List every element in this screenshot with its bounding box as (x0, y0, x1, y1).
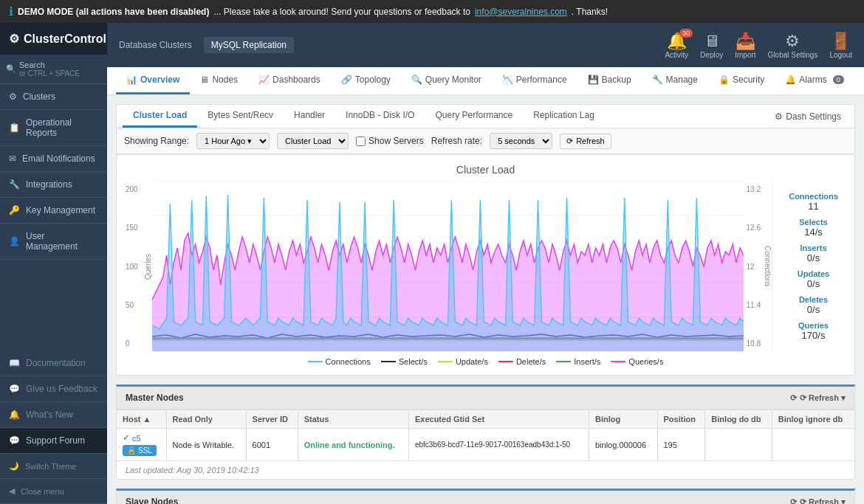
show-servers-checkbox[interactable] (356, 137, 366, 146)
refresh-label: ⟳ Refresh ▾ (800, 393, 846, 403)
sidebar: ⚙ ClusterControl 🔍 Search or CTRL + SPAC… (0, 23, 107, 504)
tab-label: Query Monitor (425, 75, 481, 85)
master-nodes-title: Master Nodes (126, 393, 184, 403)
sidebar-item-label: Email Notifications (22, 153, 95, 164)
integrations-icon: 🔧 (9, 179, 20, 190)
tab-backup[interactable]: 💾 Backup (577, 67, 642, 94)
sidebar-item-email-notifications[interactable]: ✉ Email Notifications (0, 146, 107, 172)
new-icon: 🔔 (9, 410, 20, 420)
sidebar-item-label: Clusters (23, 92, 55, 102)
support-icon: 💬 (9, 435, 20, 446)
sub-tab-handler[interactable]: Handler (284, 105, 335, 128)
y-axis-label-queries: Queries (141, 182, 152, 351)
range-select[interactable]: 1 Hour Ago ▾ (196, 133, 270, 149)
sidebar-item-clusters[interactable]: ⚙ Clusters (0, 84, 107, 110)
import-icon: 📥 (736, 32, 755, 51)
sidebar-item-user-management[interactable]: 👤 User Management (0, 224, 107, 260)
close-menu-label: Close menu (21, 487, 64, 496)
clusters-icon: ⚙ (9, 92, 17, 102)
legend-line-connections (308, 361, 323, 362)
sidebar-item-close-menu[interactable]: ◀ Close menu (0, 479, 107, 504)
ssl-badge: 🔒 SSL (123, 445, 157, 456)
sidebar-item-integrations[interactable]: 🔧 Integrations (0, 172, 107, 198)
y-tick-100: 100 (126, 263, 138, 271)
y-right-tick-12: 12 (747, 263, 761, 271)
sidebar-item-label: Key Management (26, 205, 95, 215)
refresh-rate-select[interactable]: 5 seconds (490, 133, 552, 149)
show-servers-label[interactable]: Show Servers (356, 136, 424, 146)
sub-tab-replication-lag[interactable]: Replication Lag (523, 105, 605, 128)
sub-tab-label: InnoDB - Disk I/O (346, 110, 414, 120)
table-header-row: Host ▲ Read Only Server ID Status Execut… (117, 410, 855, 429)
activity-button[interactable]: 🔔 30 Activity (665, 32, 688, 59)
tab-logs[interactable]: 📋 Logs (854, 67, 864, 94)
sub-tab-cluster-load[interactable]: Cluster Load (123, 105, 197, 128)
legend-line-deletes (498, 361, 513, 362)
logout-label: Logout (829, 51, 852, 59)
y-tick-150: 150 (126, 224, 138, 232)
chart-svg (152, 182, 744, 351)
metric-select[interactable]: Cluster Load (277, 133, 349, 149)
sub-tab-query-perf[interactable]: Query Performance (425, 105, 523, 128)
refresh-rate-label: Refresh rate: (431, 136, 482, 146)
sidebar-item-support[interactable]: 💬 Support Forum (0, 428, 107, 454)
sidebar-item-label: Integrations (26, 179, 72, 190)
tab-label: Backup (602, 75, 631, 85)
stat-queries: Queries 170/s (781, 321, 846, 341)
refresh-button[interactable]: ⟳ Refresh (560, 134, 611, 149)
legend-deletes: Delete/s (498, 357, 546, 366)
sidebar-search-container: 🔍 Search or CTRL + SPACE (0, 55, 107, 84)
sidebar-item-key-management[interactable]: 🔑 Key Management (0, 198, 107, 224)
slave-nodes-header: Slave Nodes ⟳ ⟳ Refresh ▾ (116, 489, 855, 504)
tab-topology[interactable]: 🔗 Topology (331, 67, 401, 94)
tab-label: Topology (355, 75, 391, 85)
table-row: ✓ c5 🔒 SSL Node is Writable. 60 (117, 429, 855, 461)
col-server-id: Server ID (246, 410, 298, 429)
activity-label: Activity (665, 51, 688, 59)
col-binlog: Binlog (589, 410, 657, 429)
tab-security[interactable]: 🔒 Security (708, 67, 775, 94)
global-settings-button[interactable]: ⚙ Global Settings (768, 32, 818, 59)
legend-line-inserts (556, 361, 571, 362)
cell-server-id: 6001 (246, 429, 298, 461)
refresh-label: Refresh (576, 137, 605, 145)
logout-icon: 🚪 (831, 32, 851, 51)
search-label[interactable]: Search (19, 61, 80, 69)
sub-tab-label: Cluster Load (133, 110, 187, 120)
dash-settings-button[interactable]: ⚙ Dash Settings (767, 106, 848, 127)
slave-refresh-button[interactable]: ⟳ ⟳ Refresh ▾ (790, 497, 846, 505)
sidebar-item-switch-theme[interactable]: 🌙 Switch Theme (0, 454, 107, 479)
tab-nodes[interactable]: 🖥 Nodes (190, 67, 248, 94)
stat-selects: Selects 14/s (781, 218, 846, 238)
demo-bar-email[interactable]: info@severalnines.com (475, 7, 567, 17)
logout-button[interactable]: 🚪 Logout (829, 32, 852, 59)
import-button[interactable]: 📥 Import (735, 32, 755, 59)
y-right-tick-114: 11.4 (747, 301, 761, 309)
sidebar-item-documentation[interactable]: 📖 Documentation (0, 351, 107, 376)
nodes-tab-icon: 🖥 (200, 75, 209, 85)
global-settings-icon: ⚙ (785, 32, 800, 51)
sidebar-item-feedback[interactable]: 💬 Give us Feedback (0, 376, 107, 402)
cell-gtid-set: ebfc3b69-bcd7-11e9-9017-00163eadb43d:1-5… (408, 429, 589, 461)
refresh-icon: ⟳ (790, 393, 797, 403)
tab-query-monitor[interactable]: 🔍 Query Monitor (401, 67, 492, 94)
cell-host: ✓ c5 🔒 SSL (117, 429, 167, 461)
global-settings-label: Global Settings (768, 51, 818, 59)
deploy-button[interactable]: 🖥 Deploy (700, 32, 723, 59)
tab-alarms[interactable]: 🔔 Alarms 0 (775, 67, 854, 94)
lock-icon: 🔒 (127, 446, 136, 455)
breadcrumb-home[interactable]: Database Clusters (119, 40, 192, 50)
tab-dashboards[interactable]: 📈 Dashboards (248, 67, 331, 94)
slave-nodes-title: Slave Nodes (126, 497, 178, 504)
tab-overview[interactable]: 📊 Overview (116, 67, 190, 94)
tab-performance[interactable]: 📉 Performance (492, 67, 577, 94)
info-icon: ℹ (9, 4, 13, 18)
sub-tab-innodb[interactable]: InnoDB - Disk I/O (335, 105, 425, 128)
tab-manage[interactable]: 🔧 Manage (642, 67, 708, 94)
sub-tab-bytes[interactable]: Bytes Sent/Recv (197, 105, 284, 128)
sidebar-item-whats-new[interactable]: 🔔 What's New (0, 402, 107, 428)
master-refresh-button[interactable]: ⟳ ⟳ Refresh ▾ (790, 393, 846, 403)
y-right-tick-126: 12.6 (747, 224, 761, 232)
sidebar-item-operational-reports[interactable]: 📋 Operational Reports (0, 110, 107, 146)
tab-label: Performance (516, 75, 567, 85)
